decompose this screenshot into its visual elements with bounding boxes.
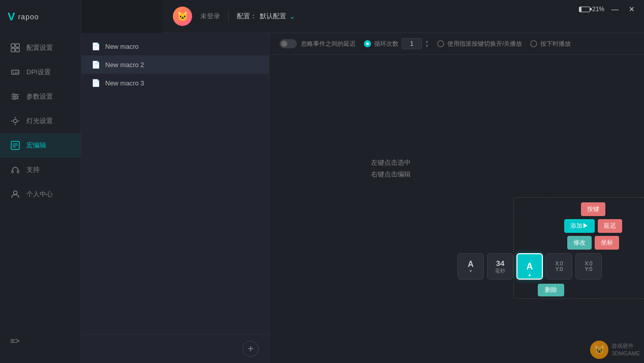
macro-item-2[interactable]: 📄 New macro 3 [81,74,269,92]
editor-panel: 忽略事件之间的延迟 循环次数 1 ▲ ▼ [269,33,644,363]
logo-area: V rapoo [0,0,81,33]
sidebar-item-account[interactable]: 个人中心 [0,182,81,206]
svg-rect-2 [11,48,15,52]
main-content: 📄 New macro 📄 New macro 2 📄 New macro 3 … [81,33,644,363]
hint-line2: 右键点击编辑 [371,168,411,180]
macro-file-icon-0: 📄 [91,42,100,50]
sidebar-item-params[interactable]: 参数设置 [0,84,81,109]
config-selector[interactable]: 配置： 默认配置 ⌄ [237,12,295,21]
sidebar-bottom: ≡> [0,329,81,363]
count-up-arrow[interactable]: ▲ [425,40,429,44]
logo-v-icon: V [8,10,15,23]
watermark-line1: 游戏硬件 [611,342,640,350]
account-icon [10,189,20,199]
popup-delay-button[interactable]: 延迟 [598,219,622,233]
macro-item-label-1: New macro 2 [105,61,144,69]
macro-item-1[interactable]: 📄 New macro 2 [81,55,269,74]
popup-row-1: 按键 [564,202,622,216]
svg-point-12 [14,119,17,123]
key-nodes: A ▼ 34 毫秒 A ▲ [457,253,602,280]
app-container: V rapoo 配置设置 DPI DPI设置 [0,0,644,363]
popup-coord-button[interactable]: 坐标 [595,236,619,250]
watermark-text: 游戏硬件 3DMGAME [611,342,640,358]
sidebar-label-dpi: DPI设置 [26,68,51,77]
key-node-delay[interactable]: 34 毫秒 [487,253,513,280]
macro-hint: 左键点击选中 右键点击编辑 [371,157,411,180]
key-node-coord-1-label2: Y:0 [585,266,592,272]
key-node-coord-0-label2: Y:0 [556,266,563,272]
svg-rect-1 [16,44,19,47]
use-key-radio-group: 使用指派按键切换开/关播放 [437,40,522,48]
key-node-selected-sub: ▲ [528,273,532,277]
key-node-coord-1-label: X:0 [585,261,592,266]
sidebar-label-light: 灯光设置 [26,116,53,126]
dpi-icon: DPI [10,67,20,77]
battery-percent: 21% [592,6,604,13]
loop-count-radio[interactable] [364,40,371,47]
config-prefix: 配置： [237,12,257,21]
support-icon [10,165,20,175]
avatar: 🐱 [173,7,192,26]
macro-list: 📄 New macro 📄 New macro 2 📄 New macro 3 [81,33,269,334]
macro-list-footer: + [81,334,269,363]
ignore-delay-label: 忽略事件之间的延迟 [301,40,356,48]
watermark: 😺 游戏硬件 3DMGAME [590,341,640,359]
press-play-radio[interactable] [530,40,537,47]
header-divider [228,11,229,21]
macro-item-label-0: New macro [105,43,139,50]
key-node-0-sub: ▼ [469,269,473,274]
key-node-coord-1[interactable]: X:0 Y:0 [575,253,602,280]
svg-rect-3 [16,48,19,52]
svg-point-9 [13,94,15,96]
editor-toolbar: 忽略事件之间的延迟 循环次数 1 ▲ ▼ [269,33,644,55]
key-node-delay-value: 34 [496,259,505,267]
collapse-button[interactable]: ≡> [0,329,81,353]
press-play-radio-group: 按下时播放 [530,40,571,48]
key-node-0[interactable]: A ▼ [457,253,484,280]
svg-rect-0 [11,44,15,47]
battery-icon [579,7,590,12]
popup-row-2: 添加▶ 延迟 [564,219,622,233]
macro-file-icon-2: 📄 [91,79,100,87]
sidebar-item-light[interactable]: 灯光设置 [0,109,81,133]
macro-item-0[interactable]: 📄 New macro [81,37,269,55]
sidebar-label-account: 个人中心 [26,190,53,199]
minimize-button[interactable]: — [608,4,622,14]
popup-menu: 按键 添加▶ 延迟 修改 坐标 [564,202,622,250]
macro-list-panel: 📄 New macro 📄 New macro 2 📄 New macro 3 … [81,33,269,363]
collapse-icon: ≡> [10,337,20,346]
popup-add-button[interactable]: 添加▶ [564,219,595,233]
loop-count-input[interactable]: 1 [402,38,422,49]
battery-info: 21% [579,6,604,13]
press-play-label: 按下时播放 [540,40,571,48]
ignore-delay-toggle-group: 忽略事件之间的延迟 [280,39,356,48]
use-key-label: 使用指派按键切换开/关播放 [447,40,522,48]
macro-item-label-2: New macro 3 [105,79,144,87]
count-down-arrow[interactable]: ▼ [425,44,429,48]
add-macro-button[interactable]: + [242,341,259,357]
config-icon [10,43,20,53]
popup-row-3: 修改 坐标 [564,236,622,250]
close-button[interactable]: ✕ [626,4,638,14]
delete-button[interactable]: 删除 [538,284,564,296]
sidebar-item-config[interactable]: 配置设置 [0,36,81,60]
key-node-coord-0[interactable]: X:0 Y:0 [546,253,572,280]
watermark-line2: 3DMGAME [611,350,640,357]
ignore-delay-toggle[interactable] [280,39,297,48]
watermark-icon: 😺 [590,341,608,359]
key-node-selected[interactable]: A ▲ [516,253,543,280]
popup-modify-button[interactable]: 修改 [567,236,592,250]
svg-point-11 [13,98,15,100]
sidebar-label-config: 配置设置 [26,43,53,52]
macro-file-icon-1: 📄 [91,60,100,69]
use-key-radio[interactable] [437,40,444,47]
sidebar-item-dpi[interactable]: DPI DPI设置 [0,60,81,84]
params-icon [10,92,20,102]
sidebar-item-macro[interactable]: 宏编辑 [0,133,81,158]
loop-count-label: 循环次数 [374,40,398,48]
key-node-selected-label: A [527,261,533,272]
popup-key-button[interactable]: 按键 [581,202,605,216]
config-name: 默认配置 [260,12,286,21]
sidebar-item-support[interactable]: 支持 [0,158,81,182]
key-node-0-label: A [468,260,474,269]
